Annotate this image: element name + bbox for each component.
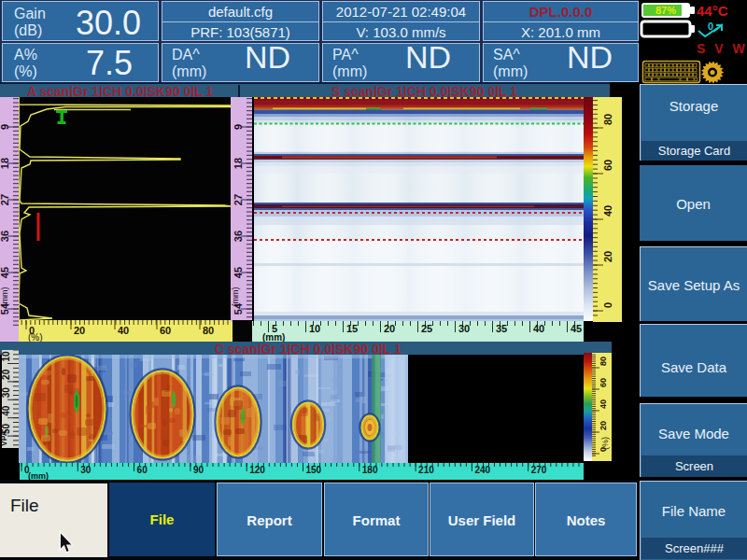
svg-text:20: 20: [599, 421, 608, 430]
svg-text:120: 120: [249, 465, 265, 475]
svg-text:10: 10: [2, 351, 11, 362]
svg-text:180: 180: [362, 465, 378, 475]
svg-text:35: 35: [496, 323, 507, 334]
svg-text:45: 45: [233, 267, 244, 278]
svg-text:(mm): (mm): [0, 287, 9, 307]
svg-text:(%): (%): [600, 437, 610, 450]
svg-text:60: 60: [137, 465, 148, 475]
svg-text:0: 0: [602, 302, 613, 308]
svg-text:150: 150: [306, 465, 322, 475]
svg-text:60: 60: [599, 378, 608, 387]
svg-text:20: 20: [2, 369, 11, 380]
svg-text:18: 18: [233, 158, 244, 169]
svg-text:36: 36: [0, 231, 10, 242]
svg-text:87%: 87%: [655, 5, 676, 16]
svg-text:9: 9: [0, 124, 10, 130]
svg-text:VPA: VPA: [2, 430, 8, 446]
svg-text:45: 45: [0, 267, 10, 278]
svg-text:30: 30: [80, 465, 92, 475]
svg-text:80: 80: [602, 114, 613, 125]
svg-text:90: 90: [193, 465, 204, 475]
svg-text:36: 36: [233, 231, 244, 242]
svg-text:40: 40: [533, 323, 544, 334]
svg-text:9: 9: [233, 124, 244, 130]
svg-text:240: 240: [474, 465, 490, 475]
svg-text:80: 80: [203, 325, 214, 336]
svg-text:20: 20: [602, 251, 613, 262]
svg-text:80: 80: [599, 357, 608, 366]
svg-text:(mm): (mm): [231, 287, 240, 307]
svg-text:270: 270: [531, 465, 547, 475]
svg-text:40: 40: [602, 205, 613, 217]
svg-text:25: 25: [421, 323, 432, 334]
svg-text:30: 30: [2, 387, 11, 399]
svg-text:S V W: S V W: [697, 41, 747, 56]
svg-text:(mm): (mm): [28, 471, 49, 480]
svg-text:20: 20: [74, 325, 85, 336]
svg-text:27: 27: [0, 194, 10, 205]
svg-text:45: 45: [571, 323, 582, 334]
svg-text:210: 210: [418, 465, 434, 475]
svg-text:0: 0: [708, 21, 713, 32]
svg-text:(mm): (mm): [262, 332, 285, 342]
svg-text:44°C: 44°C: [697, 3, 728, 19]
svg-text:20: 20: [384, 323, 395, 334]
svg-text:60: 60: [160, 325, 171, 336]
svg-text:15: 15: [346, 323, 358, 334]
svg-text:40: 40: [2, 405, 11, 416]
svg-text:(%): (%): [28, 332, 43, 342]
svg-text:40: 40: [599, 399, 608, 409]
svg-text:18: 18: [0, 158, 10, 169]
svg-text:40: 40: [118, 325, 129, 336]
svg-text:10: 10: [309, 323, 320, 334]
svg-text:30: 30: [458, 323, 470, 334]
svg-text:60: 60: [602, 160, 613, 171]
svg-text:27: 27: [233, 194, 244, 205]
